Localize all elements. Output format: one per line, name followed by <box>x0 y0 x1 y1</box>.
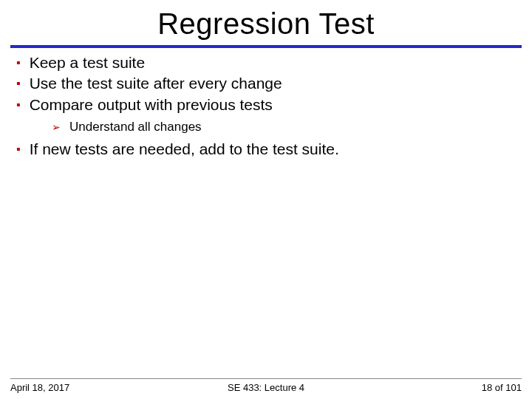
bullet-item: ▪ Use the test suite after every change <box>0 73 532 94</box>
footer-date: April 18, 2017 <box>10 382 181 393</box>
slide-content: ▪ Keep a test suite ▪ Use the test suite… <box>0 51 532 160</box>
footer-page: 18 of 101 <box>351 382 522 393</box>
footer-divider <box>10 378 522 379</box>
bullet-text: Compare output with previous tests <box>30 95 273 115</box>
slide-title: Regression Test <box>0 0 532 45</box>
bullet-text: If new tests are needed, add to the test… <box>30 139 339 160</box>
square-bullet-icon: ▪ <box>16 97 21 113</box>
footer-row: April 18, 2017 SE 433: Lecture 4 18 of 1… <box>10 382 522 393</box>
bullet-text: Use the test suite after every change <box>30 73 282 94</box>
bullet-item: ▪ Keep a test suite <box>0 52 532 73</box>
square-bullet-icon: ▪ <box>16 141 21 157</box>
slide-footer: April 18, 2017 SE 433: Lecture 4 18 of 1… <box>0 378 532 393</box>
arrow-bullet-icon: ➢ <box>52 121 61 133</box>
footer-course: SE 433: Lecture 4 <box>181 382 352 393</box>
sub-bullet-text: Understand all changes <box>69 120 202 134</box>
bullet-item: ▪ Compare output with previous tests <box>0 95 532 115</box>
title-underline <box>10 45 522 48</box>
bullet-text: Keep a test suite <box>30 52 145 73</box>
bullet-item: ▪ If new tests are needed, add to the te… <box>0 139 532 160</box>
square-bullet-icon: ▪ <box>16 75 21 92</box>
slide: Regression Test ▪ Keep a test suite ▪ Us… <box>0 0 532 399</box>
sub-bullet-item: ➢ Understand all changes <box>0 120 532 134</box>
square-bullet-icon: ▪ <box>16 55 21 71</box>
